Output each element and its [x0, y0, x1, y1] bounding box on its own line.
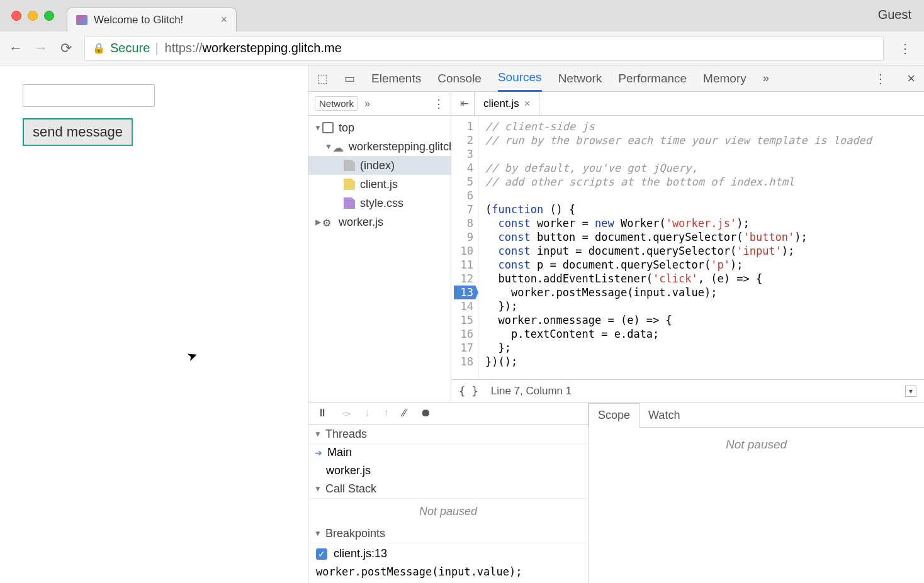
lock-icon: 🔒 [93, 42, 105, 54]
more-tabs-icon[interactable]: » [763, 72, 769, 85]
callstack-header[interactable]: ▼ Call Stack [308, 480, 588, 499]
breakpoint-row[interactable]: ✓ client.js:13 [308, 543, 588, 564]
editor-status-bar: { } Line 7, Column 1 ▾ [451, 379, 924, 402]
devtools-tab-bar: ⬚ ▭ Elements Console Sources Network Per… [308, 65, 924, 92]
tab-watch[interactable]: Watch [639, 404, 689, 427]
url-host: workerstepping.glitch.me [203, 41, 342, 55]
devtools-menu-icon[interactable]: ⋮ [870, 71, 891, 86]
coverage-toggle-icon[interactable]: ▾ [905, 386, 916, 397]
chrome-menu-icon[interactable]: ⋮ [895, 41, 915, 56]
step-over-button[interactable]: ⤼ [342, 407, 351, 420]
device-toggle-icon[interactable]: ▭ [344, 72, 355, 86]
step-into-button[interactable]: ↓ [364, 407, 370, 419]
sources-body: Network » ⋮ ▼top ▼workerstepping.glitch … [308, 92, 924, 402]
message-input[interactable] [23, 84, 155, 107]
cursor-position: Line 7, Column 1 [491, 385, 572, 397]
debugger-pane: ⏸ ⤼ ↓ ↑ ⁄⁄ ⏺ ▼ Threads Main worker.js ▼ … [308, 402, 924, 583]
scope-not-paused: Not paused [589, 428, 924, 462]
navigator-top: Network » ⋮ [308, 92, 451, 116]
content-area: send message ➤ ⬚ ▭ Elements Console Sour… [0, 65, 924, 583]
file-tree: ▼top ▼workerstepping.glitch (index) clie… [308, 116, 451, 402]
editor-tab-bar: ⇤ client.js × [451, 92, 924, 116]
window-controls [11, 11, 54, 21]
separator: | [155, 41, 158, 55]
threads-header[interactable]: ▼ Threads [308, 425, 588, 444]
tab-scope[interactable]: Scope [589, 403, 639, 428]
pause-on-exceptions-button[interactable]: ⏺ [420, 407, 431, 419]
profile-guest-label[interactable]: Guest [878, 8, 911, 22]
maximize-window-button[interactable] [44, 11, 54, 21]
toggle-navigator-icon[interactable]: ⇤ [455, 92, 475, 115]
editor-tab-label: client.js [483, 97, 519, 110]
code-area[interactable]: 123456789101112131415161718 // client-si… [451, 116, 924, 379]
editor-tab-clientjs[interactable]: client.js × [475, 92, 540, 115]
tree-domain[interactable]: ▼workerstepping.glitch [308, 137, 451, 156]
minimize-window-button[interactable] [28, 11, 38, 21]
favicon-icon [76, 15, 87, 25]
tree-file-clientjs[interactable]: client.js [308, 175, 451, 194]
tree-file-index[interactable]: (index) [308, 156, 451, 175]
address-bar[interactable]: 🔒 Secure | https://workerstepping.glitch… [84, 36, 884, 61]
breakpoint-checkbox[interactable]: ✓ [316, 548, 327, 560]
inspect-element-icon[interactable]: ⬚ [317, 72, 328, 86]
tree-file-stylecss[interactable]: style.css [308, 194, 451, 213]
thread-main[interactable]: Main [308, 444, 588, 462]
browser-tab[interactable]: Welcome to Glitch! × [67, 8, 237, 31]
navigator-subpanel[interactable]: Network [315, 96, 358, 111]
tab-console[interactable]: Console [437, 65, 482, 92]
debugger-toolbar: ⏸ ⤼ ↓ ↑ ⁄⁄ ⏺ [308, 403, 588, 425]
tab-network[interactable]: Network [558, 65, 602, 92]
tab-elements[interactable]: Elements [371, 65, 421, 92]
debugger-left: ⏸ ⤼ ↓ ↑ ⁄⁄ ⏺ ▼ Threads Main worker.js ▼ … [308, 403, 589, 583]
expand-tabs-icon[interactable]: » [364, 98, 370, 109]
forward-button[interactable]: → [34, 40, 48, 57]
tab-sources[interactable]: Sources [498, 65, 542, 92]
breakpoint-preview: worker.postMessage(input.value); [308, 564, 588, 583]
tree-frame-top[interactable]: ▼top [308, 118, 451, 137]
thread-worker[interactable]: worker.js [308, 462, 588, 479]
reload-button[interactable]: ⟳ [59, 40, 73, 57]
mouse-cursor-icon: ➤ [184, 347, 200, 365]
tab-list: Welcome to Glitch! × [67, 0, 254, 31]
navigator-menu-icon[interactable]: ⋮ [433, 97, 444, 111]
devtools-close-icon[interactable]: × [907, 70, 915, 87]
pretty-print-icon[interactable]: { } [459, 385, 478, 397]
toolbar: ← → ⟳ 🔒 Secure | https://workerstepping.… [0, 31, 924, 65]
page-viewport: send message ➤ [0, 65, 308, 583]
tree-worker[interactable]: ▶worker.js [308, 213, 451, 231]
browser-tab-strip: Welcome to Glitch! × Guest [0, 0, 924, 31]
tab-memory[interactable]: Memory [703, 65, 747, 92]
debugger-right: Scope Watch Not paused [589, 403, 924, 583]
scope-tabbar: Scope Watch [589, 403, 924, 428]
back-button[interactable]: ← [9, 40, 23, 57]
breakpoints-header[interactable]: ▼ Breakpoints [308, 525, 588, 543]
tab-performance[interactable]: Performance [618, 65, 687, 92]
breakpoint-location: client.js:13 [334, 547, 387, 560]
send-message-button[interactable]: send message [23, 118, 133, 146]
devtools-panel: ⬚ ▭ Elements Console Sources Network Per… [308, 65, 924, 583]
deactivate-breakpoints-button[interactable]: ⁄⁄ [403, 407, 407, 419]
close-file-icon[interactable]: × [524, 97, 531, 110]
close-window-button[interactable] [11, 11, 21, 21]
sources-navigator: Network » ⋮ ▼top ▼workerstepping.glitch … [308, 92, 451, 402]
new-tab-affordance[interactable] [237, 8, 254, 31]
source-editor: ⇤ client.js × 12345678910111213141516171… [451, 92, 924, 402]
pause-button[interactable]: ⏸ [317, 407, 328, 419]
url-scheme: https:// [165, 41, 203, 55]
tab-title: Welcome to Glitch! [94, 14, 183, 26]
line-gutter[interactable]: 123456789101112131415161718 [451, 116, 479, 379]
close-tab-icon[interactable]: × [220, 13, 227, 26]
code-content[interactable]: // client-side js// run by the browser e… [479, 116, 878, 379]
step-out-button[interactable]: ↑ [384, 407, 390, 419]
secure-label: Secure [110, 41, 150, 55]
callstack-not-paused: Not paused [308, 499, 588, 525]
